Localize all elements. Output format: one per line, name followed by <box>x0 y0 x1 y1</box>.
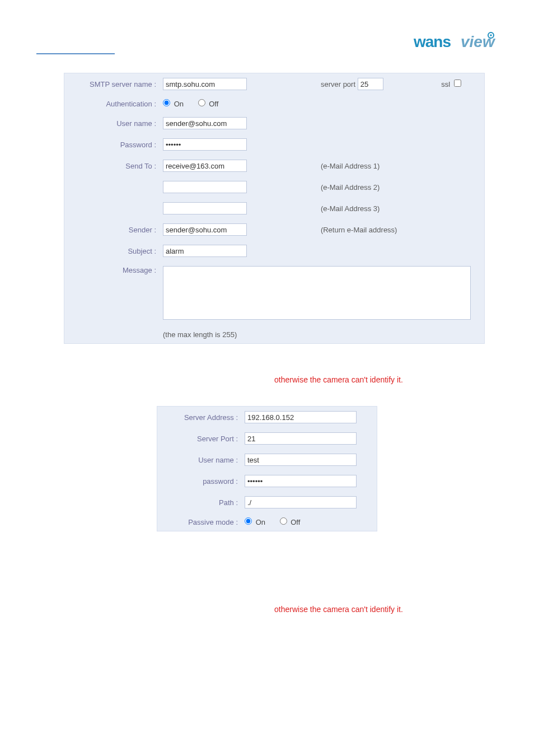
smtp-server-input[interactable] <box>163 78 247 90</box>
ftp-password-label: password : <box>157 470 241 492</box>
authentication-label: Authentication : <box>64 95 160 113</box>
subject-label: Subject : <box>64 240 160 262</box>
email-address1-hint: (e-Mail Address 1) <box>321 162 380 170</box>
ftp-username-input[interactable] <box>245 454 357 466</box>
message-textarea[interactable] <box>163 266 471 320</box>
message-label: Message : <box>64 262 160 326</box>
maxlen-hint: (the max length is 255) <box>163 330 237 339</box>
username-label: User name : <box>64 113 160 134</box>
sender-label: Sender : <box>64 219 160 240</box>
subject-input[interactable] <box>163 245 247 257</box>
passive-off-label: Off <box>291 518 300 526</box>
ftp-server-address-input[interactable] <box>245 411 357 423</box>
ftp-settings-panel: Server Address : Server Port : User name… <box>157 406 377 531</box>
sender-input[interactable] <box>163 223 247 236</box>
password-input[interactable] <box>163 138 247 151</box>
ssl-checkbox[interactable] <box>454 80 461 87</box>
sendto1-input[interactable] <box>163 160 247 172</box>
auth-on-label: On <box>174 100 184 108</box>
passive-on-radio[interactable] <box>245 517 252 525</box>
ftp-server-address-label: Server Address : <box>157 407 241 428</box>
smtp-server-label: SMTP server name : <box>64 73 160 95</box>
ftp-username-label: User name : <box>157 449 241 470</box>
brand-logo: wans view <box>414 32 503 54</box>
svg-point-3 <box>490 34 491 36</box>
return-email-hint: (Return e-Mail address) <box>321 226 397 234</box>
sendto2-input[interactable] <box>163 181 247 193</box>
passive-on-label: On <box>256 518 265 526</box>
auth-off-label: Off <box>209 100 218 108</box>
svg-text:wans: wans <box>414 33 451 50</box>
ftp-password-input[interactable] <box>245 475 357 487</box>
header-divider <box>36 53 115 54</box>
email-address2-hint: (e-Mail Address 2) <box>321 183 380 192</box>
sendto-label: Send To : <box>64 155 160 176</box>
password-label: Password : <box>64 134 160 155</box>
email-address3-hint: (e-Mail Address 3) <box>321 204 380 213</box>
auth-off-radio[interactable] <box>198 99 205 106</box>
warning-text-1: otherwise the camera can't identify it. <box>274 375 403 384</box>
ssl-label: ssl <box>441 80 450 88</box>
ftp-server-port-label: Server Port : <box>157 428 241 449</box>
passive-off-radio[interactable] <box>280 517 287 525</box>
ftp-server-port-input[interactable] <box>245 432 357 445</box>
ftp-path-label: Path : <box>157 492 241 513</box>
server-port-label: server port <box>321 80 355 88</box>
passive-mode-label: Passive mode : <box>157 513 241 531</box>
sendto3-input[interactable] <box>163 202 247 214</box>
warning-text-2: otherwise the camera can't identify it. <box>274 605 403 614</box>
auth-on-radio[interactable] <box>163 99 170 106</box>
ftp-path-input[interactable] <box>245 496 357 508</box>
email-settings-panel: SMTP server name : server port ssl Authe… <box>64 73 485 344</box>
username-input[interactable] <box>163 117 247 129</box>
server-port-input[interactable] <box>358 78 383 90</box>
